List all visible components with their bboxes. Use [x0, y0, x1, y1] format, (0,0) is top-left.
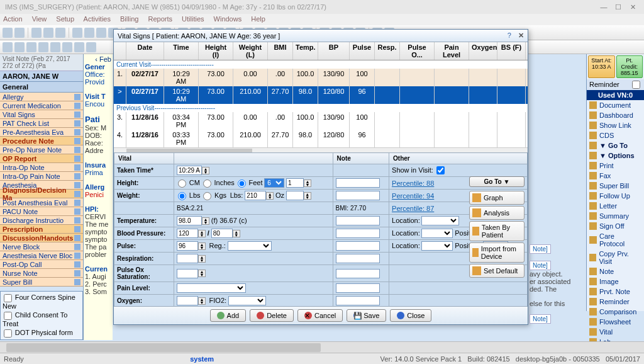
nav-item[interactable]: Intra-Op Note: [0, 163, 83, 172]
resp-input[interactable]: ▲▼: [177, 254, 206, 263]
right-item[interactable]: Flowsheet: [587, 317, 644, 327]
taken-time-input[interactable]: ▲▼: [177, 166, 209, 175]
close-button[interactable]: Close: [390, 309, 431, 322]
credit-chip[interactable]: Pt. Credit: 885.15: [616, 55, 643, 78]
grid-hscroll[interactable]: [114, 147, 528, 152]
nav-item[interactable]: Discussion/Handouts: [0, 234, 83, 242]
import-device-button[interactable]: Import from Device: [469, 242, 525, 263]
right-item[interactable]: Follow Up: [587, 191, 644, 201]
nav-item[interactable]: Intra-Op Pain Note: [0, 172, 83, 181]
right-item[interactable]: Note: [587, 266, 644, 276]
right-item[interactable]: ▼ Go To: [587, 140, 644, 151]
bp-location[interactable]: [421, 229, 453, 238]
nav-item[interactable]: Anesthesia Nerve Bloc: [0, 251, 83, 260]
goto-button[interactable]: Go To ▼: [469, 176, 525, 187]
height-input-group[interactable]: CM Inches Feet 6 ▲▼: [174, 177, 333, 190]
right-item[interactable]: Fax: [587, 171, 644, 181]
right-item[interactable]: Copy Prv. Visit: [587, 249, 644, 266]
toolbar-icon[interactable]: [14, 28, 25, 38]
toolbar-icon[interactable]: [26, 42, 36, 52]
right-item[interactable]: Dashboard: [587, 110, 644, 120]
bp-sys[interactable]: ▲▼: [177, 229, 206, 238]
grid-row[interactable]: >02/27/1710:29 AM73.00210.0027.7098.0120…: [114, 86, 528, 104]
right-item[interactable]: Care Protocol: [587, 231, 644, 249]
menu-activities[interactable]: Activities: [84, 15, 111, 23]
form-check[interactable]: Child Consent To Treat: [2, 310, 81, 328]
maximize-icon[interactable]: ☐: [612, 3, 625, 11]
menu-setup[interactable]: Setup: [56, 15, 74, 23]
nav-item[interactable]: Procedure Note: [0, 137, 83, 145]
right-item[interactable]: Show Link: [587, 120, 644, 130]
right-item[interactable]: CDS: [587, 130, 644, 140]
pulse-location[interactable]: [421, 241, 453, 251]
close-icon[interactable]: ✕: [626, 3, 639, 11]
toolbar-icon[interactable]: [38, 42, 48, 52]
form-check[interactable]: Four Corners Spine New: [2, 293, 81, 310]
right-item[interactable]: Image: [587, 276, 644, 287]
menu-windows[interactable]: Windows: [214, 15, 242, 23]
delete-button[interactable]: Delete: [250, 309, 294, 322]
bp-dia[interactable]: ▲▼: [211, 229, 240, 238]
toolbar-icon[interactable]: [43, 28, 53, 38]
set-default-button[interactable]: Set Default: [469, 264, 525, 278]
pulseox-input[interactable]: ▲▼: [177, 269, 206, 278]
pulse-note[interactable]: [336, 241, 380, 251]
toolbar-icon[interactable]: [14, 42, 25, 52]
fio2-select[interactable]: [228, 296, 266, 305]
right-item[interactable]: Reminder: [587, 297, 644, 307]
right-item[interactable]: ▼ Options: [587, 151, 644, 161]
height-note[interactable]: [336, 178, 380, 188]
feet-select[interactable]: 6: [264, 178, 284, 188]
nav-item[interactable]: Allergy: [0, 93, 83, 101]
toolbar-icon[interactable]: [72, 28, 82, 38]
pulse-input[interactable]: ▲▼: [177, 241, 206, 251]
right-item[interactable]: Comparison: [587, 307, 644, 317]
nav-item[interactable]: Current Medication: [0, 101, 83, 110]
graph-button[interactable]: Graph: [469, 191, 525, 205]
menu-billing[interactable]: Billing: [120, 15, 138, 23]
nav-item[interactable]: Post-Op Call: [0, 260, 83, 269]
menu-view[interactable]: View: [32, 15, 47, 23]
right-item[interactable]: Super Bill: [587, 181, 644, 191]
menu-reports[interactable]: Reports: [148, 15, 172, 23]
add-button[interactable]: Add: [210, 309, 247, 322]
cancel-button[interactable]: ✕Cancel: [297, 309, 343, 322]
percentile-link[interactable]: Percentile: 88: [392, 179, 434, 187]
nav-item[interactable]: PACU Note: [0, 207, 83, 216]
right-item[interactable]: Summary: [587, 211, 644, 221]
show-in-visit-check[interactable]: Show in Visit:: [392, 166, 446, 174]
toolbar-icon[interactable]: [62, 42, 72, 52]
nav-item[interactable]: Nurse Note: [0, 269, 83, 278]
toolbar-icon[interactable]: [96, 28, 106, 38]
nav-item[interactable]: Prescription: [0, 225, 83, 234]
oxygen-input[interactable]: ▲▼: [177, 296, 206, 305]
toolbar-icon[interactable]: [86, 42, 96, 52]
menu-utilities[interactable]: Utilities: [182, 15, 204, 23]
pain-select[interactable]: [177, 283, 246, 293]
percentile-link[interactable]: Percentile: 87: [392, 205, 434, 212]
right-item[interactable]: Print: [587, 161, 644, 171]
right-item[interactable]: Document: [587, 100, 644, 110]
toolbar-icon[interactable]: [55, 28, 65, 38]
toolbar-icon[interactable]: [84, 28, 94, 38]
nav-item[interactable]: Super Bill: [0, 278, 83, 287]
nav-item[interactable]: Vital Signs: [0, 110, 83, 119]
toolbar-icon[interactable]: [31, 28, 42, 38]
month-nav[interactable]: ‹ Feb: [85, 55, 111, 63]
analysis-button[interactable]: Analysis: [469, 206, 525, 220]
toolbar-icon[interactable]: [50, 42, 60, 52]
percentile-link[interactable]: Percentile: 94: [392, 192, 434, 200]
weight-input-group[interactable]: Lbs Kgs Lbs: ▲▼ Oz ▲▼: [174, 190, 333, 202]
general-header[interactable]: General: [0, 82, 83, 93]
right-item[interactable]: Sign Off: [587, 221, 644, 231]
toolbar-icon[interactable]: [3, 28, 13, 38]
grid-row[interactable]: 1.02/27/1710:29 AM73.000.00.00100.0130/9…: [114, 69, 528, 86]
start-chip[interactable]: Start At: 10:33 A: [588, 55, 615, 78]
close-icon[interactable]: ✕: [518, 31, 524, 39]
pulse-reg[interactable]: [228, 241, 272, 251]
nav-item[interactable]: Discharge Instructio: [0, 216, 83, 225]
nav-item[interactable]: Nerve Block: [0, 242, 83, 251]
help-icon[interactable]: ?: [508, 31, 511, 39]
right-item[interactable]: Vital: [587, 327, 644, 337]
temp-input[interactable]: ▲▼: [177, 216, 209, 225]
